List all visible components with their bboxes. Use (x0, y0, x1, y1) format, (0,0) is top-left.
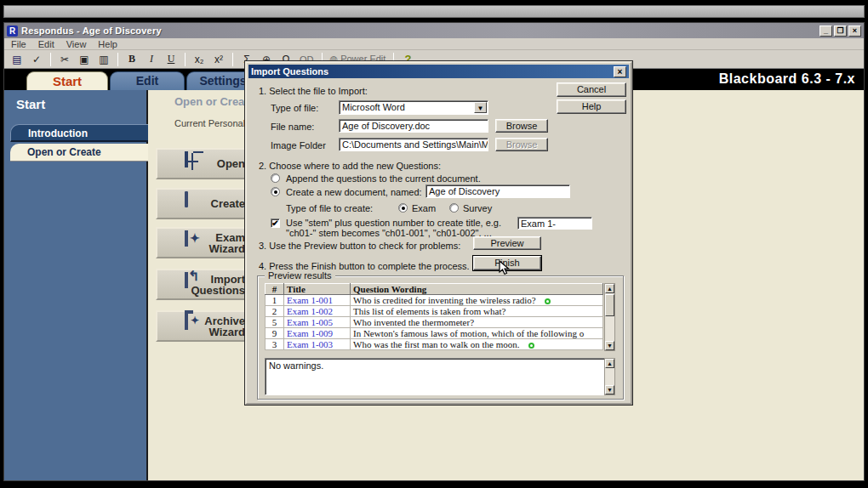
exam-radio[interactable] (398, 203, 408, 213)
table-row[interactable]: 3 Exam 1-003 Who was the first man to wa… (266, 339, 603, 350)
dialog-titlebar[interactable]: Import Questions × (248, 65, 629, 78)
image-folder-label: Image Folder (271, 140, 326, 150)
preview-results-group: Preview results # Title Question Wording… (257, 275, 624, 400)
row-num: 5 (266, 317, 284, 328)
toolbar-separator (232, 53, 233, 66)
table-row[interactable]: 5 Exam 1-005 Who invented the thermomete… (266, 317, 603, 328)
column-header-title: Title (284, 284, 351, 295)
menu-file[interactable]: File (11, 39, 26, 49)
scroll-up-icon[interactable]: ▲ (605, 359, 614, 368)
menu-view[interactable]: View (66, 39, 87, 49)
superscript-icon[interactable]: x² (213, 54, 225, 65)
help-button[interactable]: Help (557, 99, 626, 114)
window-titlebar: R Respondus - Age of Discovery _ ❐ × (4, 23, 864, 38)
warnings-textarea[interactable]: No warnings. (265, 358, 614, 395)
tab-start[interactable]: Start (26, 71, 108, 90)
archive-icon (164, 316, 188, 338)
exam-wizard-label: Exam Wizard (201, 232, 245, 254)
spellcheck-icon[interactable]: ✓ (31, 54, 43, 65)
table-row[interactable]: 9 Exam 1-009 In Newton's famous laws of … (266, 328, 603, 339)
sidebar: Start Introduction Open or Create (4, 90, 148, 480)
scrollbar-thumb[interactable] (605, 294, 614, 316)
create-button[interactable]: Create (156, 188, 252, 219)
append-radio-label: Append the questions to the current docu… (286, 173, 481, 184)
new-page-icon (164, 194, 188, 216)
bottom-border (0, 481, 868, 488)
table-row[interactable]: 1 Exam 1-001 Who is credited for inventi… (266, 295, 603, 306)
ok-flag-icon (545, 298, 551, 304)
archive-wizard-button[interactable]: Archive Wizard (156, 310, 252, 342)
row-wording-text: Who was the first man to walk on the moo… (353, 339, 520, 349)
menu-bar: File Edit View Help (4, 38, 864, 50)
file-name-field[interactable]: Age of Discovery.doc (339, 119, 488, 133)
row-wording: Who is credited for inventing the wirele… (351, 295, 603, 306)
cut-icon[interactable]: ✂ (59, 54, 71, 65)
survey-radio[interactable] (449, 203, 459, 213)
menu-help[interactable]: Help (98, 39, 117, 49)
stem-checkbox[interactable]: ✔ (271, 218, 280, 228)
toolbar-separator (185, 53, 186, 66)
create-new-radio[interactable] (271, 187, 280, 196)
table-header-row: # Title Question Wording (266, 284, 603, 295)
type-of-file-select[interactable]: Microsoft Word ▼ (339, 100, 488, 115)
copy-icon[interactable]: ▣ (78, 54, 90, 65)
minimize-button[interactable]: _ (819, 26, 832, 37)
row-num: 2 (266, 306, 284, 317)
chevron-down-icon[interactable]: ▼ (474, 102, 487, 113)
maximize-button[interactable]: ❐ (834, 26, 847, 37)
mouse-cursor (499, 260, 511, 275)
exam-wizard-button[interactable]: Exam Wizard (156, 227, 252, 258)
tab-edit[interactable]: Edit (110, 71, 185, 90)
background-window-strip (3, 5, 865, 18)
italic-icon[interactable]: I (146, 53, 157, 65)
import-questions-dialog: Import Questions × Cancel Help 1. Select… (245, 61, 632, 405)
scroll-down-icon[interactable]: ▼ (605, 385, 614, 394)
step1-label: 1. Select the file to Import: (259, 86, 368, 96)
image-folder-field[interactable]: C:\Documents and Settings\Main\My (339, 138, 488, 151)
bold-icon[interactable]: B (126, 53, 138, 65)
open-button[interactable]: Open (156, 148, 252, 179)
column-header-wording: Question Wording (351, 284, 603, 295)
open-button-label: Open (217, 158, 245, 169)
new-document-name-field[interactable]: Age of Discovery (425, 184, 570, 198)
step3-label: 3. Use the Preview button to check for p… (259, 241, 460, 251)
table-row[interactable]: 2 Exam 1-002 This list of elements is ta… (266, 306, 603, 317)
type-of-file-value: Microsoft Word (342, 102, 405, 112)
row-wording: This list of elements is taken from what… (351, 306, 603, 317)
table-scrollbar[interactable]: ▲ ▼ (604, 283, 615, 351)
scroll-up-icon[interactable]: ▲ (605, 284, 614, 293)
type-of-file-label: Type of file: (271, 103, 318, 113)
dialog-close-icon[interactable]: × (614, 66, 626, 77)
row-wording-text: Who is credited for inventing the wirele… (353, 295, 536, 305)
preview-results-table: # Title Question Wording 1 Exam 1-001 Wh… (265, 283, 603, 350)
archive-wizard-label: Archive Wizard (197, 315, 245, 338)
row-wording: Who was the first man to walk on the moo… (351, 339, 603, 350)
toolbar-separator (50, 53, 51, 66)
warnings-scrollbar[interactable]: ▲ ▼ (604, 358, 615, 395)
app-icon: R (7, 26, 18, 37)
scroll-down-icon[interactable]: ▼ (605, 341, 614, 350)
ok-flag-icon (528, 343, 534, 349)
sidebar-item-open-or-create[interactable]: Open or Create (10, 144, 148, 162)
stem-field[interactable]: Exam 1- (517, 217, 592, 230)
cancel-button[interactable]: Cancel (557, 82, 626, 97)
import-questions-button[interactable]: Import Questions (156, 269, 252, 300)
underline-icon[interactable]: U (165, 53, 177, 65)
page-title: Open or Create (174, 95, 254, 108)
subscript-icon[interactable]: x₂ (193, 54, 205, 65)
save-icon[interactable]: ▤ (11, 54, 23, 65)
screen: R Respondus - Age of Discovery _ ❐ × Fil… (0, 0, 868, 488)
column-header-num: # (266, 284, 284, 295)
row-title: Exam 1-002 (284, 306, 351, 317)
row-title: Exam 1-003 (284, 339, 351, 350)
sidebar-item-introduction[interactable]: Introduction (10, 124, 148, 142)
browse-file-button[interactable]: Browse (495, 119, 548, 133)
blackboard-brand-label: Blackboard 6.3 - 7.x (719, 71, 855, 87)
menu-edit[interactable]: Edit (38, 39, 54, 49)
preview-button[interactable]: Preview (473, 236, 541, 250)
survey-radio-label: Survey (463, 203, 492, 213)
append-radio[interactable] (271, 173, 280, 183)
row-title: Exam 1-009 (284, 328, 351, 339)
paste-icon[interactable]: ▥ (98, 54, 110, 65)
close-button[interactable]: × (848, 26, 861, 37)
